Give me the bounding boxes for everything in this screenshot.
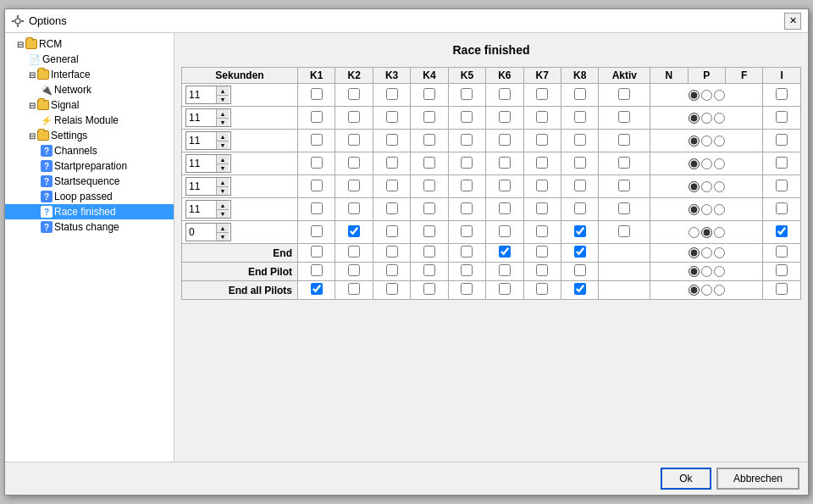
spinbox-3[interactable]: ▲ ▼	[185, 131, 231, 150]
sidebar-item-startseq[interactable]: ? Startsequence	[5, 174, 174, 189]
cb-r1-k3[interactable]	[386, 88, 398, 100]
radio-r6-p[interactable]	[701, 204, 712, 215]
cb-r6-k7[interactable]	[536, 202, 548, 214]
cb-r7-aktiv[interactable]	[618, 225, 630, 237]
sidebar-item-interface[interactable]: ⊟ Interface	[5, 67, 174, 82]
spinbox-up-7[interactable]: ▲	[217, 224, 229, 232]
sidebar-item-relais[interactable]: ⚡ Relais Module	[5, 113, 174, 128]
sidebar-item-rcm[interactable]: ⊟ RCM	[5, 36, 174, 52]
spinbox-4[interactable]: ▲ ▼	[185, 154, 231, 173]
cb-end-k3[interactable]	[386, 246, 398, 258]
cb-r6-i[interactable]	[776, 202, 788, 214]
spinbox-down-2[interactable]: ▼	[217, 118, 229, 126]
cb-r3-k5[interactable]	[461, 134, 473, 146]
cb-r3-k1[interactable]	[311, 134, 323, 146]
cb-r1-k4[interactable]	[423, 88, 435, 100]
spinbox-input-3[interactable]	[186, 132, 216, 149]
sidebar-item-racefinished[interactable]: ? Race finished	[5, 204, 174, 219]
cb-r7-k1[interactable]	[311, 225, 323, 237]
cb-eap-k6[interactable]	[499, 283, 511, 295]
cb-end-k6[interactable]	[499, 246, 511, 258]
cb-r6-k1[interactable]	[311, 202, 323, 214]
cb-r7-i[interactable]	[776, 225, 788, 237]
cb-r5-k1[interactable]	[311, 180, 323, 191]
cb-r2-k4[interactable]	[423, 111, 435, 123]
cb-r1-k6[interactable]	[499, 88, 511, 100]
radio-end-n[interactable]	[689, 247, 700, 258]
spinbox-input-2[interactable]	[186, 109, 216, 126]
spinbox-input-6[interactable]	[186, 201, 216, 218]
cb-ep-k6[interactable]	[499, 264, 511, 276]
cb-r1-k8[interactable]	[574, 88, 586, 100]
cb-r3-k3[interactable]	[386, 134, 398, 146]
spinbox-up-1[interactable]: ▲	[217, 86, 229, 95]
cb-eap-k5[interactable]	[461, 283, 473, 295]
cb-r4-i[interactable]	[776, 157, 788, 169]
cb-end-k1[interactable]	[311, 246, 323, 258]
radio-r4-p[interactable]	[701, 158, 712, 169]
cb-r4-k6[interactable]	[499, 157, 511, 169]
spinbox-6[interactable]: ▲ ▼	[185, 200, 231, 219]
radio-ep-f[interactable]	[714, 266, 725, 277]
radio-eap-n[interactable]	[689, 285, 700, 296]
cb-r5-k2[interactable]	[348, 180, 360, 191]
cb-end-k5[interactable]	[461, 246, 473, 258]
cb-ep-k3[interactable]	[386, 264, 398, 276]
radio-r3-f[interactable]	[714, 136, 725, 147]
cb-r2-i[interactable]	[776, 111, 788, 123]
cb-r2-k7[interactable]	[536, 111, 548, 123]
cb-ep-i[interactable]	[776, 264, 788, 276]
cb-r4-k4[interactable]	[423, 157, 435, 169]
sidebar-item-network[interactable]: 🔌 Network	[5, 82, 174, 97]
cb-r7-k7[interactable]	[536, 225, 548, 237]
cb-r7-k8[interactable]	[574, 225, 586, 237]
spinbox-down-3[interactable]: ▼	[217, 141, 229, 149]
cb-r4-k7[interactable]	[536, 157, 548, 169]
cb-r2-k8[interactable]	[574, 111, 586, 123]
spinbox-up-3[interactable]: ▲	[217, 132, 229, 141]
cb-r3-i[interactable]	[776, 134, 788, 146]
cb-end-k4[interactable]	[423, 246, 435, 258]
radio-r3-n[interactable]	[689, 136, 700, 147]
radio-r7-p[interactable]	[701, 227, 712, 238]
cb-r5-i[interactable]	[776, 180, 788, 191]
cb-r3-k2[interactable]	[348, 134, 360, 146]
spinbox-down-6[interactable]: ▼	[217, 209, 229, 218]
cb-r6-k5[interactable]	[461, 202, 473, 214]
cb-r5-k8[interactable]	[574, 180, 586, 191]
radio-end-p[interactable]	[701, 247, 712, 258]
cb-r6-aktiv[interactable]	[618, 202, 630, 214]
spinbox-input-4[interactable]	[186, 155, 216, 172]
cb-r5-k6[interactable]	[499, 180, 511, 191]
spinbox-up-5[interactable]: ▲	[217, 178, 229, 186]
radio-ep-n[interactable]	[689, 266, 700, 277]
spinbox-up-2[interactable]: ▲	[217, 109, 229, 118]
cb-r7-k3[interactable]	[386, 225, 398, 237]
cb-r3-k7[interactable]	[536, 134, 548, 146]
radio-r3-p[interactable]	[701, 136, 712, 147]
spinbox-2[interactable]: ▲ ▼	[185, 108, 231, 127]
radio-end-f[interactable]	[714, 247, 725, 258]
radio-r2-p[interactable]	[701, 113, 712, 124]
cb-r4-aktiv[interactable]	[618, 157, 630, 169]
spinbox-7[interactable]: ▲ ▼	[185, 223, 231, 241]
radio-ep-p[interactable]	[701, 266, 712, 277]
spinbox-input-7[interactable]	[186, 224, 216, 241]
radio-r6-f[interactable]	[714, 204, 725, 215]
spinbox-down-7[interactable]: ▼	[217, 232, 229, 241]
cb-r7-k2[interactable]	[348, 225, 360, 237]
cb-eap-i[interactable]	[776, 283, 788, 295]
radio-r4-n[interactable]	[689, 158, 700, 169]
cb-r4-k8[interactable]	[574, 157, 586, 169]
cb-r1-k2[interactable]	[348, 88, 360, 100]
cb-ep-k5[interactable]	[461, 264, 473, 276]
radio-r1-n[interactable]	[689, 90, 700, 101]
cb-r1-aktiv[interactable]	[618, 88, 630, 100]
cb-r3-aktiv[interactable]	[618, 134, 630, 146]
cb-r2-k2[interactable]	[348, 111, 360, 123]
cb-r1-k1[interactable]	[311, 88, 323, 100]
cb-end-i[interactable]	[776, 246, 788, 258]
radio-eap-f[interactable]	[714, 285, 725, 296]
cb-r1-k5[interactable]	[461, 88, 473, 100]
cb-r3-k6[interactable]	[499, 134, 511, 146]
